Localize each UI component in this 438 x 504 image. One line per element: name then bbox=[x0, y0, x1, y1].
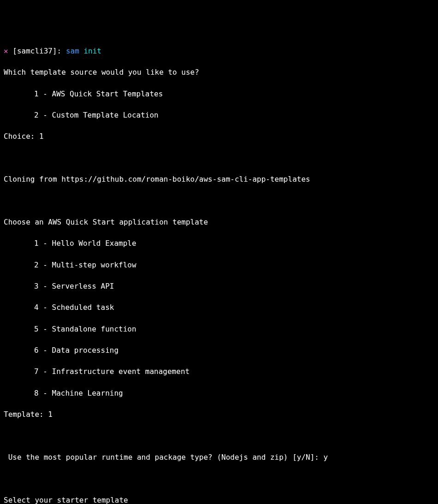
choice-answer[interactable]: Choice: 1 bbox=[4, 131, 434, 142]
popular-runtime-question[interactable]: Use the most popular runtime and package… bbox=[4, 452, 434, 462]
prompt-host: [samcli37]: bbox=[12, 47, 61, 55]
option-quick-start-4: 4 - Scheduled task bbox=[4, 302, 434, 313]
question-quick-start: Choose an AWS Quick Start application te… bbox=[4, 217, 434, 227]
blank-line bbox=[4, 153, 434, 163]
option-quick-start-8: 8 - Machine Learning bbox=[4, 388, 434, 398]
blank-line bbox=[4, 195, 434, 206]
option-quick-start-6: 6 - Data processing bbox=[4, 345, 434, 356]
command-sam: sam bbox=[66, 47, 79, 55]
option-quick-start-3: 3 - Serverless API bbox=[4, 281, 434, 291]
option-quick-start-5: 5 - Standalone function bbox=[4, 324, 434, 334]
cloning-status: Cloning from https://github.com/roman-bo… bbox=[4, 174, 434, 184]
question-starter-template: Select your starter template bbox=[4, 495, 434, 504]
prompt-line[interactable]: ✕ [samcli37]: sam init bbox=[4, 46, 434, 56]
command-init: init bbox=[83, 47, 101, 55]
question-template-source: Which template source would you like to … bbox=[4, 67, 434, 77]
option-quick-start-2: 2 - Multi-step workflow bbox=[4, 260, 434, 270]
option-template-source-1: 1 - AWS Quick Start Templates bbox=[4, 89, 434, 99]
option-template-source-2: 2 - Custom Template Location bbox=[4, 110, 434, 120]
option-quick-start-1: 1 - Hello World Example bbox=[4, 238, 434, 249]
template-answer-1[interactable]: Template: 1 bbox=[4, 409, 434, 420]
blank-line bbox=[4, 473, 434, 484]
close-icon: ✕ bbox=[4, 47, 8, 55]
option-quick-start-7: 7 - Infrastructure event management bbox=[4, 366, 434, 377]
blank-line bbox=[4, 431, 434, 441]
